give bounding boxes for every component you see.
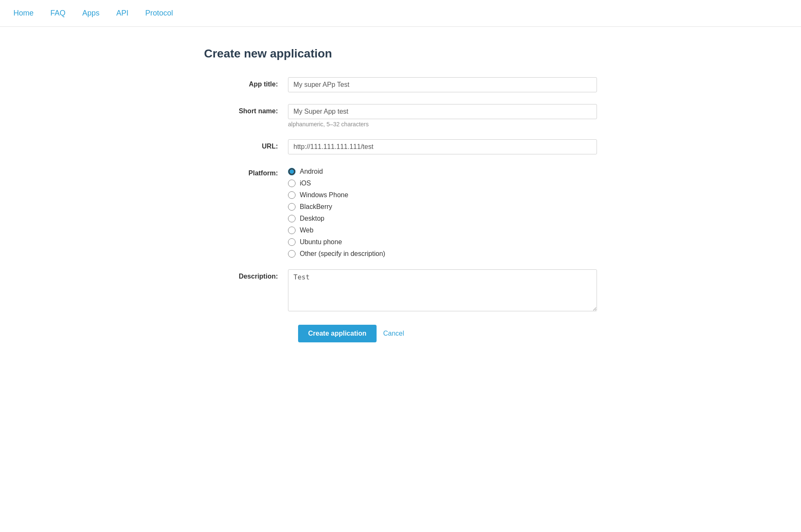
app-title-field: [288, 77, 597, 92]
nav-faq[interactable]: FAQ: [50, 9, 65, 18]
platform-label-blackberry: BlackBerry: [300, 203, 332, 211]
nav-apps[interactable]: Apps: [82, 9, 99, 18]
platform-label-desktop: Desktop: [300, 215, 325, 222]
description-label: Description:: [204, 269, 288, 280]
nav-protocol[interactable]: Protocol: [145, 9, 173, 18]
platform-option-windows_phone[interactable]: Windows Phone: [288, 191, 597, 199]
app-title-input[interactable]: [288, 77, 597, 92]
form-actions: Create application Cancel: [288, 325, 597, 342]
platform-radio-group: AndroidiOSWindows PhoneBlackBerryDesktop…: [288, 166, 597, 258]
platform-radio-ubuntu_phone[interactable]: [288, 238, 296, 246]
form-group-platform: Platform: AndroidiOSWindows PhoneBlackBe…: [204, 166, 597, 258]
nav-api[interactable]: API: [116, 9, 128, 18]
platform-radio-other[interactable]: [288, 250, 296, 258]
url-field: [288, 139, 597, 154]
form-group-app-title: App title:: [204, 77, 597, 92]
platform-label-other: Other (specify in description): [300, 250, 385, 258]
platform-label: Platform:: [204, 166, 288, 177]
platform-radio-blackberry[interactable]: [288, 203, 296, 211]
platform-radio-windows_phone[interactable]: [288, 191, 296, 199]
create-application-button[interactable]: Create application: [298, 325, 377, 342]
short-name-input[interactable]: [288, 104, 597, 119]
short-name-hint: alphanumeric, 5–32 characters: [288, 121, 597, 128]
platform-label-ios: iOS: [300, 180, 311, 187]
url-label: URL:: [204, 139, 288, 150]
platform-field: AndroidiOSWindows PhoneBlackBerryDesktop…: [288, 166, 597, 258]
platform-radio-android[interactable]: [288, 168, 296, 175]
main-nav: Home FAQ Apps API Protocol: [0, 0, 801, 27]
platform-option-desktop[interactable]: Desktop: [288, 215, 597, 222]
short-name-field: alphanumeric, 5–32 characters: [288, 104, 597, 128]
form-group-url: URL:: [204, 139, 597, 154]
url-input[interactable]: [288, 139, 597, 154]
platform-label-web: Web: [300, 227, 314, 234]
form-group-description: Description:: [204, 269, 597, 313]
platform-label-android: Android: [300, 168, 323, 175]
platform-radio-desktop[interactable]: [288, 215, 296, 222]
page-title: Create new application: [204, 47, 597, 60]
platform-option-other[interactable]: Other (specify in description): [288, 250, 597, 258]
platform-option-ubuntu_phone[interactable]: Ubuntu phone: [288, 238, 597, 246]
platform-radio-ios[interactable]: [288, 180, 296, 187]
platform-label-windows_phone: Windows Phone: [300, 191, 348, 199]
platform-radio-web[interactable]: [288, 227, 296, 234]
app-title-label: App title:: [204, 77, 288, 88]
platform-label-ubuntu_phone: Ubuntu phone: [300, 238, 342, 246]
cancel-button[interactable]: Cancel: [383, 330, 404, 337]
main-content: Create new application App title: Short …: [191, 27, 610, 362]
platform-option-ios[interactable]: iOS: [288, 180, 597, 187]
nav-home[interactable]: Home: [13, 9, 34, 18]
form-group-short-name: Short name: alphanumeric, 5–32 character…: [204, 104, 597, 128]
description-field: [288, 269, 597, 313]
platform-option-web[interactable]: Web: [288, 227, 597, 234]
description-textarea[interactable]: [288, 269, 597, 311]
platform-option-android[interactable]: Android: [288, 168, 597, 175]
platform-option-blackberry[interactable]: BlackBerry: [288, 203, 597, 211]
short-name-label: Short name:: [204, 104, 288, 115]
